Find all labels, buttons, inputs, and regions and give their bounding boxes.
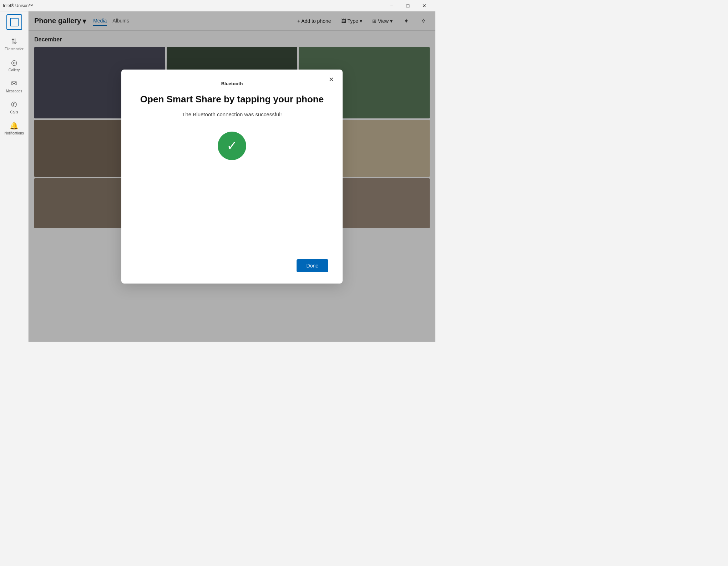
title-bar-left: Intel® Unison™ — [3, 3, 33, 8]
notifications-icon: 🔔 — [10, 121, 19, 130]
sidebar-item-notifications[interactable]: 🔔 Notifications — [1, 118, 27, 138]
bluetooth-modal: ✕ Bluetooth Open Smart Share by tapping … — [121, 70, 343, 284]
sidebar-item-label: Gallery — [9, 68, 20, 72]
sidebar-item-calls[interactable]: ✆ Calls — [1, 97, 27, 117]
title-bar-controls: − □ ✕ — [383, 0, 433, 11]
sidebar-item-messages[interactable]: ✉ Messages — [1, 76, 27, 96]
sidebar-item-gallery[interactable]: ◎ Gallery — [1, 55, 27, 75]
sidebar: ⇅ File transfer ◎ Gallery ✉ Messages ✆ C… — [0, 11, 29, 342]
checkmark-icon: ✓ — [227, 138, 237, 153]
app-title: Intel® Unison™ — [3, 3, 33, 8]
logo-icon — [10, 18, 19, 26]
success-icon-circle: ✓ — [218, 132, 246, 160]
done-button[interactable]: Done — [297, 259, 328, 272]
sidebar-item-label: File transfer — [5, 47, 24, 51]
title-bar: Intel® Unison™ − □ ✕ — [0, 0, 435, 11]
close-button[interactable]: ✕ — [416, 0, 433, 11]
sidebar-item-file-transfer[interactable]: ⇅ File transfer — [1, 34, 27, 54]
sidebar-item-label: Calls — [10, 110, 18, 114]
modal-close-button[interactable]: ✕ — [325, 74, 337, 85]
calls-icon: ✆ — [11, 100, 17, 109]
gallery-icon: ◎ — [11, 58, 17, 67]
minimize-button[interactable]: − — [383, 0, 400, 11]
main-content: Phone gallery ▾ Media Albums + Add to ph… — [29, 11, 435, 342]
modal-subtitle: Bluetooth — [221, 81, 243, 86]
app-container: ⇅ File transfer ◎ Gallery ✉ Messages ✆ C… — [0, 11, 435, 342]
messages-icon: ✉ — [11, 79, 17, 88]
modal-title: Open Smart Share by tapping your phone — [140, 93, 324, 106]
sidebar-item-label: Notifications — [4, 131, 24, 135]
sidebar-logo[interactable] — [6, 14, 22, 30]
modal-footer: Done — [136, 252, 328, 272]
modal-description: The Bluetooth connection was successful! — [182, 111, 282, 117]
maximize-button[interactable]: □ — [400, 0, 416, 11]
file-transfer-icon: ⇅ — [11, 37, 17, 46]
sidebar-item-label: Messages — [6, 89, 22, 93]
modal-backdrop: ✕ Bluetooth Open Smart Share by tapping … — [29, 11, 435, 342]
